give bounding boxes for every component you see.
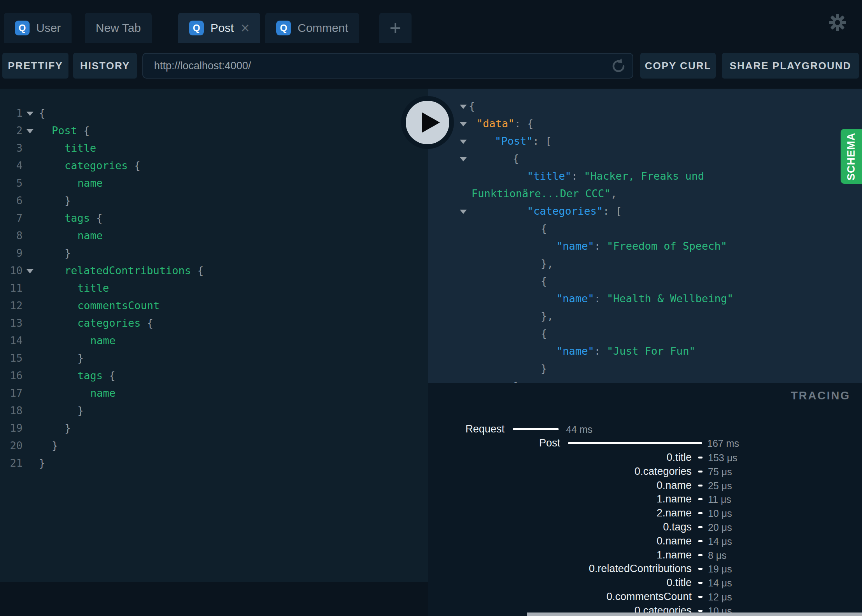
copy-curl-button[interactable]: COPY CURL [640, 53, 716, 79]
response-text: }, [541, 255, 554, 272]
code-line: 15} [0, 349, 428, 367]
code-text: } [39, 402, 84, 419]
query-editor-pane[interactable]: 1{2Post {3title4categories {5name6}7tags… [0, 89, 428, 582]
query-editor-lines[interactable]: 1{2Post {3title4categories {5name6}7tags… [0, 104, 428, 472]
line-number: 2 [0, 122, 23, 139]
line-number: 18 [0, 402, 23, 419]
fold-gutter [23, 139, 39, 157]
line-number: 13 [0, 314, 23, 332]
response-text: ] [513, 377, 519, 383]
code-line: 10relatedContributions { [0, 262, 428, 279]
line-number: 8 [0, 227, 23, 244]
fold-gutter [23, 297, 39, 314]
fold-gutter [23, 402, 39, 419]
prettify-button[interactable]: PRETTIFY [2, 53, 68, 79]
trace-label: Request [465, 423, 505, 435]
close-tab-icon[interactable]: × [241, 21, 249, 35]
history-button[interactable]: HISTORY [73, 53, 137, 79]
code-text: name [39, 174, 103, 192]
endpoint-url-bar [142, 53, 633, 79]
code-line: 7tags { [0, 209, 428, 227]
trace-duration-bar [698, 610, 703, 612]
endpoint-input[interactable] [154, 54, 597, 78]
tab-new-tab[interactable]: New Tab [85, 13, 152, 43]
trace-label: 0.categories [634, 466, 692, 478]
trace-duration-bar [568, 442, 702, 444]
trace-duration-value: 167 ms [707, 438, 739, 449]
tab-bar: QUserNew TabQPost×QComment+ [0, 0, 862, 43]
fold-arrow-icon[interactable] [460, 122, 467, 126]
trace-duration-bar [698, 471, 703, 472]
trace-row: 0.title14 μs [428, 577, 862, 591]
trace-row: 0.categories75 μs [428, 466, 862, 480]
code-line: 14name [0, 332, 428, 349]
response-pane: {"data": {"Post": [{"title": "Hacker, Fr… [428, 89, 862, 383]
response-text: }, [541, 307, 554, 325]
fold-gutter [23, 104, 39, 122]
trace-duration-value: 10 μs [708, 508, 732, 519]
response-line: { [428, 272, 862, 290]
code-text: } [39, 437, 58, 454]
code-line: 11title [0, 279, 428, 297]
line-number: 15 [0, 349, 23, 367]
response-text: { [469, 97, 475, 115]
share-playground-button[interactable]: SHARE PLAYGROUND [722, 53, 859, 79]
response-line: { [428, 220, 862, 237]
code-text: title [39, 139, 96, 157]
code-line: 6} [0, 192, 428, 209]
response-line: { [428, 325, 862, 342]
fold-gutter [23, 174, 39, 192]
code-line: 19} [0, 419, 428, 437]
trace-row: 1.name11 μs [428, 493, 862, 507]
tab-comment[interactable]: QComment [265, 13, 359, 43]
response-line: }, [428, 255, 862, 272]
line-number: 1 [0, 104, 23, 122]
fold-gutter [23, 437, 39, 454]
fold-gutter [23, 227, 39, 244]
tab-post[interactable]: QPost× [178, 13, 260, 43]
fold-arrow-icon[interactable] [460, 157, 467, 161]
trace-duration-bar [698, 554, 703, 556]
trace-duration-bar [698, 582, 703, 584]
schema-side-tab[interactable]: SCHEMA [841, 129, 862, 184]
fold-arrow-icon[interactable] [460, 210, 467, 214]
code-line: 5name [0, 174, 428, 192]
trace-row: Post167 ms [428, 437, 862, 451]
code-text: Post { [39, 122, 90, 139]
trace-duration-value: 14 μs [708, 536, 732, 547]
fold-gutter [23, 244, 39, 262]
trace-duration-value: 19 μs [708, 564, 732, 575]
line-number: 21 [0, 454, 23, 472]
code-text: name [39, 227, 103, 244]
fold-gutter [23, 314, 39, 332]
fold-arrow-icon[interactable] [26, 269, 33, 273]
fold-arrow-icon[interactable] [460, 140, 467, 144]
reload-schema-icon[interactable] [611, 58, 626, 74]
trace-duration-value: 153 μs [708, 452, 738, 464]
play-icon [406, 101, 449, 144]
code-line: 13categories { [0, 314, 428, 332]
graphql-playground-window: QUserNew TabQPost×QComment+ PRETTIFY HIS… [0, 0, 862, 616]
tab-label: Comment [298, 21, 348, 35]
tab-user[interactable]: QUser [4, 13, 72, 43]
new-tab-button[interactable]: + [379, 13, 412, 43]
fold-arrow-icon[interactable] [460, 105, 467, 109]
fold-arrow-icon[interactable] [26, 129, 33, 133]
tab-label: New Tab [96, 21, 141, 35]
code-line: 18} [0, 402, 428, 419]
code-text: categories { [39, 314, 153, 332]
execute-query-button[interactable] [401, 96, 454, 149]
trace-duration-bar [698, 498, 703, 500]
response-line: "name": "Just For Fun" [428, 342, 862, 360]
fold-arrow-icon[interactable] [26, 112, 33, 116]
fold-gutter [23, 419, 39, 437]
trace-duration-value: 12 μs [708, 592, 732, 603]
line-number: 20 [0, 437, 23, 454]
line-number: 17 [0, 384, 23, 402]
horizontal-scrollbar[interactable] [527, 612, 862, 616]
trace-duration-bar [698, 596, 703, 598]
settings-gear-icon[interactable] [828, 13, 847, 32]
line-number: 16 [0, 367, 23, 384]
line-number: 5 [0, 174, 23, 192]
response-line: "name": "Health & Wellbeing" [428, 290, 862, 307]
